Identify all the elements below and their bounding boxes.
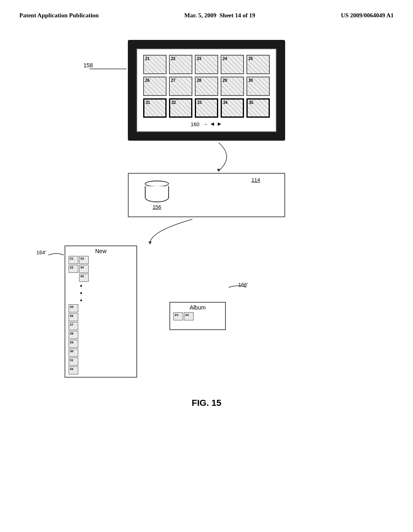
thumb-34: 34 (221, 98, 244, 118)
thumb-22: 22 (169, 55, 192, 74)
screen-device: 21 22 23 24 25 26 27 28 29 (128, 40, 285, 141)
album-thumb-24: 24 (184, 312, 194, 320)
bottom-connector-svg (118, 217, 319, 245)
label-164: 164' (36, 249, 46, 256)
new-thumb-31: 31 (69, 357, 78, 366)
thumb-30: 30 (246, 77, 270, 96)
new-item-row2: 22 34 (69, 265, 133, 273)
new-item-25: 25 (69, 304, 133, 312)
publication-date: Mar. 5, 2009 Sheet 14 of 19 (184, 11, 255, 20)
db-container: 156 114 (128, 173, 285, 217)
screen-display: 21 22 23 24 25 26 27 28 29 (136, 48, 277, 132)
figure-label: FIG. 15 (32, 398, 381, 408)
svg-marker-1 (217, 169, 220, 172)
album-box-title: Album (173, 304, 222, 311)
thumb-21: 21 (143, 55, 167, 74)
grid-row-3: 31 32 33 34 35 (141, 98, 272, 118)
new-thumb-21: 21 (69, 256, 78, 264)
new-thumb-33: 33 (79, 256, 89, 264)
new-thumb-32: 32 (69, 366, 78, 374)
arrow-166 (227, 284, 247, 291)
new-thumb-34: 34 (79, 265, 89, 273)
nav-controls: 160 → ◄ ► (141, 121, 272, 127)
connector-db-to-bottom (32, 217, 381, 245)
thumb-28: 28 (195, 77, 218, 96)
thumb-32: 32 (169, 98, 192, 118)
new-item-27: 27 (69, 322, 133, 330)
new-item-32: 32 (69, 366, 133, 374)
arrow-164 (48, 252, 65, 258)
new-item-31: 31 (69, 357, 133, 366)
new-item-26: 26 (69, 313, 133, 321)
publication-title: Patent Application Publication (19, 11, 99, 20)
album-thumb-23: 23 (173, 312, 183, 320)
new-thumb-28: 28 (69, 331, 78, 339)
thumb-25: 25 (246, 55, 270, 74)
page-header: Patent Application Publication Mar. 5, 2… (0, 0, 413, 20)
nav-left-arrow[interactable]: ◄ (209, 121, 215, 127)
new-thumb-35: 35 (79, 274, 89, 282)
ellipsis: ••• (80, 283, 133, 304)
label-160: 160 (191, 121, 200, 127)
new-thumb-25: 25 (69, 304, 78, 312)
thumbnail-grid: 21 22 23 24 25 26 27 28 29 (141, 55, 272, 118)
new-thumb-29: 29 (69, 340, 78, 348)
new-thumb-26: 26 (69, 313, 78, 321)
new-item-28: 28 (69, 331, 133, 339)
new-thumb-30: 30 (69, 349, 78, 357)
arrow-158 (90, 65, 130, 73)
thumb-24: 24 (221, 55, 244, 74)
publication-number: US 2009/0064049 A1 (341, 11, 394, 20)
album-section: Album 23 24 166' (169, 270, 226, 330)
label-114: 114 (251, 177, 260, 183)
main-content: 158 21 22 23 24 25 (0, 20, 413, 416)
thumb-35: 35 (246, 98, 270, 118)
db-cylinder-body (145, 186, 169, 202)
nav-right-arrow[interactable]: ► (217, 121, 222, 127)
svg-marker-2 (148, 241, 152, 245)
album-thumbs: 23 24 (173, 312, 222, 320)
database-icon: 156 (145, 181, 169, 210)
thumb-27: 27 (169, 77, 192, 96)
db-diagram: 156 114 (32, 173, 381, 217)
new-item-row1: 21 33 (69, 256, 133, 264)
nav-arrow-indicator: → (202, 121, 208, 127)
new-item-30: 30 (69, 349, 133, 357)
top-diagram: 158 21 22 23 24 25 (32, 40, 381, 141)
album-box: Album 23 24 (169, 302, 226, 330)
new-thumb-22: 22 (69, 265, 78, 273)
bottom-diagrams: 164' New 21 33 22 34 (32, 245, 381, 378)
grid-row-2: 26 27 28 29 30 (141, 77, 272, 96)
new-item-29: 29 (69, 340, 133, 348)
thumb-31: 31 (143, 98, 167, 118)
thumb-26: 26 (143, 77, 167, 96)
grid-row-1: 21 22 23 24 25 (141, 55, 272, 74)
new-thumb-27: 27 (69, 322, 78, 330)
new-item-row3: 35 (69, 274, 133, 282)
thumb-29: 29 (221, 77, 244, 96)
label-156: 156 (152, 204, 161, 210)
thumb-33: 33 (195, 98, 218, 118)
curve-svg (166, 141, 247, 173)
new-box-title: New (69, 248, 133, 254)
thumb-23: 23 (195, 55, 218, 74)
new-box: New 21 33 22 34 35 ••• 2 (65, 245, 137, 378)
connector-top-to-db (32, 141, 381, 173)
